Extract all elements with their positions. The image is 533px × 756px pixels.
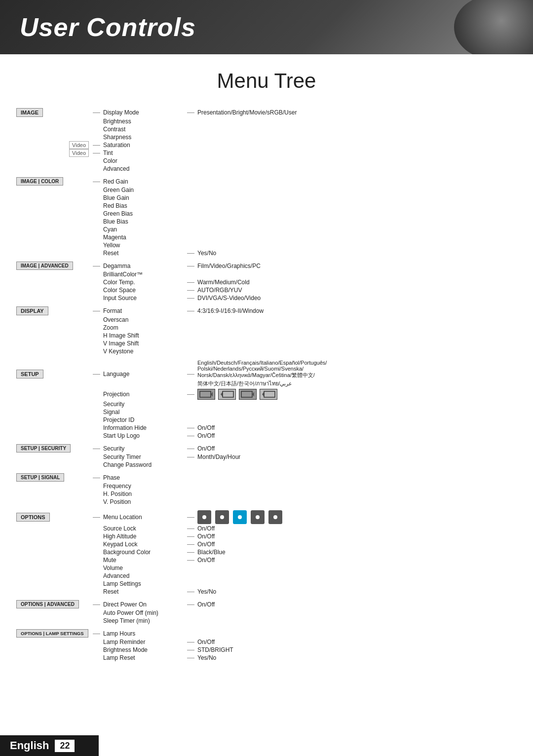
- loc-icon-tl: [197, 510, 211, 524]
- table-row: Mute On/Off: [15, 556, 518, 564]
- info-hide-item: Information Hide: [103, 424, 147, 432]
- color-space-item: Color Space: [103, 286, 136, 294]
- color-item: Color: [103, 157, 117, 165]
- table-row: V Image Shift: [15, 340, 518, 347]
- svg-rect-4: [241, 391, 252, 397]
- table-row: Change Password: [15, 461, 518, 469]
- table-row: OPTIONS | ADVANCED Direct Power On On/Of…: [15, 600, 518, 609]
- proj-icon-ceiling-front: [239, 389, 257, 400]
- table-row: V Keystone: [15, 347, 518, 355]
- tint-item: Tint: [103, 149, 113, 157]
- table-row: Red Bias: [15, 202, 518, 210]
- lamp-reminder-item: Lamp Reminder: [103, 638, 145, 646]
- language-item: Language: [103, 370, 129, 378]
- keypad-lock-item: Keypad Lock: [103, 540, 137, 548]
- options-lamp-box: OPTIONS | LAMP SETTINGS: [16, 629, 88, 638]
- degamma-item: Degamma: [103, 262, 130, 270]
- display-mode-item: Display Mode: [103, 109, 139, 116]
- source-lock-item: Source Lock: [103, 525, 136, 532]
- table-row: Color: [15, 157, 518, 165]
- table-row: Blue Bias: [15, 218, 518, 226]
- contrast-item: Contrast: [103, 125, 125, 133]
- language-val-line1: English/Deutsch/Français/Italiano/Españo…: [197, 360, 327, 366]
- table-row: OPTIONS Menu Location: [15, 510, 518, 525]
- table-row: Sleep Timer (min): [15, 617, 518, 625]
- lamp-hours-item: Lamp Hours: [103, 630, 135, 638]
- security2-val: On/Off: [197, 445, 215, 453]
- format-val: 4:3/16:9-I/16:9-II/Window: [197, 307, 264, 315]
- lamp-reset-val: Yes/No: [197, 654, 216, 662]
- table-row: SETUP | SIGNAL Phase: [15, 473, 518, 482]
- degamma-val: Film/Video/Graphics/PC: [197, 262, 261, 270]
- mute-item: Mute: [103, 556, 116, 564]
- red-gain-item: Red Gain: [103, 178, 128, 186]
- options-advanced-box: OPTIONS | ADVANCED: [16, 600, 79, 608]
- table-row: Signal: [15, 408, 518, 416]
- table-row: Advanced: [15, 572, 518, 580]
- footer-page-number: 22: [55, 740, 75, 752]
- image-section-box: IMAGE: [16, 108, 43, 117]
- footer: English 22: [0, 735, 99, 756]
- projection-item: Projection: [103, 390, 129, 398]
- table-row: Video Saturation: [15, 141, 518, 149]
- display-section-box: DISPLAY: [16, 306, 48, 315]
- proj-icon-rear: [218, 389, 236, 400]
- loc-icon-bl: [251, 510, 265, 524]
- high-altitude-val: On/Off: [197, 532, 215, 540]
- lamp-reminder-val: On/Off: [197, 638, 215, 646]
- table-row: Blue Gain: [15, 194, 518, 202]
- footer-language: English: [10, 739, 49, 752]
- color-space-val: AUTO/RGB/YUV: [197, 286, 242, 294]
- table-row: V. Position: [15, 498, 518, 506]
- cyan-item: Cyan: [103, 226, 117, 233]
- format-item: Format: [103, 307, 122, 315]
- setup-signal-box: SETUP | SIGNAL: [16, 473, 64, 482]
- table-row: High Altitude On/Off: [15, 532, 518, 540]
- lamp-reset-item: Lamp Reset: [103, 654, 135, 662]
- advanced2-item: Advanced: [103, 572, 129, 580]
- direct-power-on-item: Direct Power On: [103, 601, 147, 608]
- projection-icons: [197, 389, 277, 400]
- loc-icon-tr: [215, 510, 229, 524]
- loc-icon-center: [233, 510, 247, 524]
- reset2-item: Reset: [103, 588, 118, 596]
- language-val-line4: 简体中文/日本語/한국어/ภาษาไทย/عربي: [197, 380, 292, 386]
- frequency-item: Frequency: [103, 482, 131, 490]
- menu-tree-title: Menu Tree: [0, 69, 533, 93]
- table-row: SETUP | SECURITY Security On/Off: [15, 444, 518, 453]
- image-advanced-box: IMAGE | ADVANCED: [16, 262, 73, 270]
- table-row: Magenta: [15, 233, 518, 241]
- change-password-item: Change Password: [103, 461, 152, 469]
- language-val-line2: Polski/Nederlands/Русский/Suomi/Svenska/: [197, 366, 304, 372]
- source-lock-val: On/Off: [197, 525, 215, 532]
- brightness-mode-val: STD/BRIGHT: [197, 646, 233, 654]
- table-row: Input Source DVI/VGA/S-Video/Video: [15, 294, 518, 302]
- magenta-item: Magenta: [103, 233, 126, 241]
- table-row: Color Temp. Warm/Medium/Cold: [15, 278, 518, 286]
- lamp-settings-item: Lamp Settings: [103, 580, 141, 588]
- reset-item: Reset: [103, 249, 118, 257]
- sleep-timer-item: Sleep Timer (min): [103, 617, 150, 625]
- v-image-shift-item: V Image Shift: [103, 340, 139, 347]
- table-row: IMAGE Display Mode Presentation/Bright/M…: [15, 108, 518, 117]
- table-row: Contrast: [15, 125, 518, 133]
- header: User Controls: [0, 0, 533, 54]
- bg-color-val: Black/Blue: [197, 548, 226, 556]
- bg-color-item: Background Color: [103, 548, 151, 556]
- display-mode-val: Presentation/Bright/Movie/sRGB/User: [197, 109, 297, 116]
- table-row: OPTIONS | LAMP SETTINGS Lamp Hours: [15, 629, 518, 638]
- table-row: Cyan: [15, 226, 518, 233]
- svg-rect-0: [200, 391, 211, 397]
- zoom-item: Zoom: [103, 324, 118, 332]
- setup-security-box: SETUP | SECURITY: [16, 444, 71, 453]
- startup-logo-item: Start Up Logo: [103, 432, 140, 440]
- options-section-box: OPTIONS: [16, 513, 50, 522]
- table-row: Frequency: [15, 482, 518, 490]
- table-row: Color Space AUTO/RGB/YUV: [15, 286, 518, 294]
- table-row: Lamp Reset Yes/No: [15, 654, 518, 662]
- menu-table: IMAGE Display Mode Presentation/Bright/M…: [15, 108, 518, 662]
- security-timer-val: Month/Day/Hour: [197, 453, 240, 461]
- reset-val: Yes/No: [197, 249, 216, 257]
- table-row: Source Lock On/Off: [15, 525, 518, 532]
- security-timer-item: Security Timer: [103, 453, 141, 461]
